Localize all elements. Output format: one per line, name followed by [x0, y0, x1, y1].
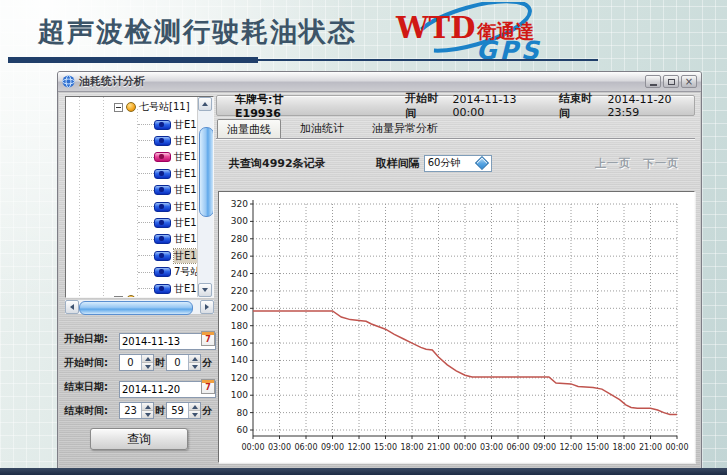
arrow-up-icon	[202, 102, 208, 106]
close-button[interactable]: ×	[681, 75, 697, 88]
calendar-button[interactable]: 7	[201, 379, 215, 394]
tree-connector	[138, 222, 154, 223]
window-body: 七号站[11] 甘E1甘E1甘E1甘E1甘E1甘E1甘E1甘E1甘E17号站甘E…	[59, 93, 700, 468]
scrollbar-thumb[interactable]	[79, 301, 193, 315]
tree-item-vehicle[interactable]: 甘E1	[66, 215, 200, 230]
spin-down-button[interactable]	[189, 410, 200, 418]
spin-down-button[interactable]	[142, 362, 153, 370]
scrollbar-thumb[interactable]	[199, 127, 214, 217]
window-title: 油耗统计分析	[79, 74, 145, 89]
start-minute-value: 0	[167, 355, 188, 370]
scroll-right-button[interactable]	[200, 300, 214, 314]
x-tick-label: 06:00	[294, 443, 317, 452]
tree-node-station-partial[interactable]	[114, 295, 136, 298]
tree-item-vehicle[interactable]: 甘E1	[66, 133, 200, 148]
next-page-link[interactable]: 下一页	[643, 156, 679, 171]
tree-item-label: 甘E1	[174, 249, 197, 263]
y-tick-label: 200	[231, 303, 248, 313]
vehicle-tree-panel[interactable]: 七号站[11] 甘E1甘E1甘E1甘E1甘E1甘E1甘E1甘E1甘E17号站甘E…	[65, 96, 214, 298]
calendar-icon: 7	[205, 335, 211, 345]
page-title: 超声波检测行驶耗油状态	[38, 14, 357, 50]
interval-value: 60分钟	[425, 156, 461, 170]
spin-up-button[interactable]	[189, 403, 200, 410]
arrow-down-icon	[145, 413, 151, 417]
collapse-icon[interactable]	[114, 103, 123, 112]
end-date-wrap: 7	[119, 378, 216, 395]
tree-connector	[138, 206, 154, 207]
end-hour-stepper[interactable]: 23	[119, 402, 154, 419]
end-time-label: 结束时间:	[64, 404, 118, 418]
tab-fuel-anomaly[interactable]: 油量异常分析	[363, 119, 447, 138]
calendar-button[interactable]: 7	[201, 331, 215, 346]
tree-horizontal-scrollbar[interactable]	[65, 300, 214, 314]
spin-up-button[interactable]	[142, 403, 153, 410]
start-date-label: 开始日期:	[64, 332, 118, 346]
title-underline-thick	[8, 57, 258, 63]
start-minute-stepper[interactable]: 0	[166, 354, 201, 371]
maximize-button[interactable]	[663, 75, 679, 88]
tree-item-vehicle[interactable]: 7号站	[66, 265, 200, 280]
scroll-down-button[interactable]	[198, 283, 212, 297]
dropdown-button[interactable]	[475, 157, 490, 170]
arrow-down-icon	[145, 365, 151, 369]
tree-item-vehicle[interactable]: 甘E1	[66, 199, 200, 214]
x-tick-label: 15:00	[374, 443, 397, 452]
x-tick-label: 00:00	[453, 443, 476, 452]
tab-fuel-curve[interactable]: 油量曲线	[217, 119, 281, 138]
end-hour-value: 23	[120, 403, 141, 418]
vehicle-icon	[154, 185, 171, 195]
x-tick-label: 09:00	[321, 443, 344, 452]
tree-connector	[138, 173, 154, 174]
spin-up-button[interactable]	[189, 355, 200, 362]
tab-refuel-stats[interactable]: 加油统计	[291, 119, 353, 138]
minimize-icon	[650, 84, 657, 86]
scroll-up-button[interactable]	[198, 97, 212, 111]
fuel-curve-chart: 6080100120140160180200220240260280300320…	[219, 192, 694, 462]
arrow-up-icon	[145, 405, 151, 409]
tree-node-station[interactable]: 七号站[11]	[114, 100, 190, 114]
window-titlebar[interactable]: 油耗统计分析 ×	[58, 72, 701, 92]
record-count-text: 共查询4992条记录	[229, 156, 326, 171]
x-tick-label: 12:00	[559, 443, 582, 452]
query-button[interactable]: 查询	[90, 428, 188, 450]
tree-item-vehicle[interactable]: 甘E1	[66, 117, 200, 132]
end-date-row: 结束日期: 7	[64, 377, 216, 396]
end-minute-value: 59	[167, 403, 188, 418]
tree-item-label: 甘E1	[174, 200, 197, 214]
spin-up-button[interactable]	[142, 355, 153, 362]
spin-down-button[interactable]	[189, 362, 200, 370]
start-time-header-value: 2014-11-13 00:00	[453, 93, 540, 119]
scroll-left-button[interactable]	[65, 300, 79, 314]
x-tick-label: 15:00	[586, 443, 609, 452]
tree-item-vehicle[interactable]: 甘E1	[66, 150, 200, 165]
start-hour-stepper[interactable]: 0	[119, 354, 154, 371]
collapse-icon[interactable]	[114, 296, 123, 299]
vehicle-icon	[154, 234, 171, 244]
tree-item-vehicle[interactable]: 甘E1	[66, 248, 200, 263]
prev-page-link[interactable]: 上一页	[595, 156, 631, 171]
y-tick-label: 240	[231, 269, 248, 279]
desktop-background: 超声波检测行驶耗油状态 WTD衛通達 GPS 油耗统计分析 ×	[0, 0, 727, 475]
pager: 上一页 下一页	[595, 156, 679, 171]
end-time-row: 结束时间: 23 时 59 分	[64, 401, 216, 420]
y-tick-label: 320	[231, 199, 248, 209]
tree-item-label: 甘E1	[174, 216, 197, 230]
start-date-wrap: 7	[119, 330, 216, 347]
end-date-label: 结束日期:	[64, 380, 118, 394]
tree-item-label: 甘E1	[174, 183, 197, 197]
tree-item-vehicle[interactable]: 甘E1	[66, 281, 200, 296]
x-tick-label: 21:00	[427, 443, 450, 452]
x-tick-label: 03:00	[268, 443, 291, 452]
tree-item-vehicle[interactable]: 甘E1	[66, 183, 200, 198]
interval-combobox[interactable]: 60分钟	[424, 155, 492, 172]
tree-connector	[138, 288, 154, 289]
tree-item-vehicle[interactable]: 甘E1	[66, 166, 200, 181]
tree-item-vehicle[interactable]: 甘E1	[66, 232, 200, 247]
fuel-curve-chart-panel: 6080100120140160180200220240260280300320…	[218, 191, 695, 463]
end-minute-stepper[interactable]: 59	[166, 402, 201, 419]
tree-vertical-scrollbar[interactable]	[197, 97, 213, 297]
spin-down-button[interactable]	[142, 410, 153, 418]
start-date-row: 开始日期: 7	[64, 329, 216, 348]
tree-connector	[138, 140, 154, 141]
minimize-button[interactable]	[645, 75, 661, 88]
